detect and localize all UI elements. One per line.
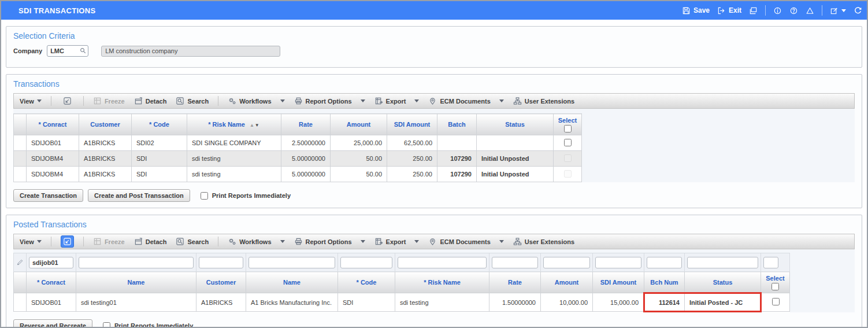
windows-button[interactable] (749, 6, 758, 15)
row-handle[interactable] (14, 151, 27, 167)
filter-risk-name-input[interactable] (398, 257, 487, 268)
col-sdi-amount[interactable]: SDI Amount (593, 272, 644, 293)
filter-cell (685, 253, 761, 272)
col-status[interactable]: Status (685, 272, 761, 293)
row-select-checkbox[interactable] (564, 139, 572, 146)
row-edit-pencil-icon[interactable] (16, 259, 24, 266)
col-status[interactable]: Status (477, 114, 554, 135)
create-and-post-button[interactable]: Create and Post Transsaction (88, 189, 190, 202)
col-name[interactable]: Name (76, 272, 196, 293)
qbe-filter-toggle[interactable] (61, 95, 74, 107)
filter-bch-num-input[interactable] (647, 257, 682, 268)
table-row[interactable]: SDIJOBM4 A1BRICKS SDI sdi testing 5.0000… (14, 151, 582, 167)
alerts-button[interactable] (806, 6, 814, 15)
chevron-down-icon (499, 99, 504, 102)
help-button[interactable] (789, 6, 798, 15)
cell-sdi-amount: 15,000.00 (593, 293, 644, 312)
search-button[interactable]: Search (176, 237, 209, 246)
toolbar-divider (51, 237, 51, 246)
sort-asc-icon[interactable]: ▲ (250, 123, 255, 128)
col-bch-num[interactable]: Bch Num (644, 272, 685, 293)
col-batch[interactable]: Batch (437, 114, 477, 135)
transactions-grid-area: * Conract Customer * Code * Risk Name▲▼ … (13, 109, 855, 182)
col-code[interactable]: * Code (132, 114, 187, 135)
filter-row-handle (14, 253, 27, 272)
col-customer[interactable]: Customer (79, 114, 132, 135)
filter-conract-input[interactable] (29, 257, 73, 268)
detach-button[interactable]: Detach (134, 97, 167, 105)
table-row[interactable]: SDIJOBM4 A1BRICKS SDI sdi testing 5.0000… (14, 167, 582, 182)
posted-toolbar: View Freeze Detach Search Workflows (13, 234, 855, 249)
edit-menu-button[interactable] (830, 6, 846, 15)
col-conract[interactable]: * Conract (27, 272, 76, 293)
filter-rate-input[interactable] (492, 257, 538, 268)
save-button[interactable]: Save (682, 6, 710, 15)
filter-sdi-amount-input[interactable] (595, 257, 641, 268)
qbe-filter-toggle-active[interactable] (61, 235, 74, 248)
col-rate[interactable]: Rate (281, 114, 331, 135)
help-icon (789, 6, 798, 15)
col-customer[interactable]: Customer (196, 272, 246, 293)
cell-conract: SDIJOBM4 (27, 167, 79, 182)
detach-button[interactable]: Detach (134, 237, 167, 246)
user-extensions-button[interactable]: User Extensions (513, 97, 574, 105)
selection-criteria-title: Selection Criteria (13, 31, 855, 40)
row-handle[interactable] (14, 135, 27, 151)
workflows-menu[interactable]: Workflows (228, 237, 284, 246)
table-row[interactable]: SDIJOB01 A1BRICKS SDI02 SDI SINGLE COMPA… (14, 135, 582, 151)
user-extensions-button[interactable]: User Extensions (513, 237, 574, 246)
print-reports-checkbox[interactable] (201, 192, 208, 200)
col-customer-name[interactable]: Name (246, 272, 338, 293)
ecm-documents-menu[interactable]: ECM Documents (428, 97, 503, 105)
filter-name-input[interactable] (79, 257, 194, 268)
col-sdi-amount[interactable]: SDI Amount (387, 114, 437, 135)
info-button[interactable] (773, 6, 782, 15)
search-button[interactable]: Search (176, 97, 209, 105)
view-menu[interactable]: View (20, 238, 42, 245)
filter-customer-name-input[interactable] (248, 257, 335, 268)
cell-bch-num-link[interactable]: 112614 (644, 293, 685, 312)
freeze-icon (93, 237, 102, 246)
col-rate[interactable]: Rate (489, 272, 541, 293)
filter-customer-input[interactable] (199, 257, 243, 268)
sort-desc-icon[interactable]: ▼ (255, 123, 260, 128)
filter-code-input[interactable] (340, 257, 392, 268)
row-handle[interactable] (14, 293, 27, 312)
exit-button[interactable]: Exit (717, 6, 741, 15)
search-lookup-icon[interactable] (79, 47, 87, 54)
filter-amount-input[interactable] (543, 257, 590, 268)
table-row[interactable]: SDIJOB01 sdi testing01 A1BRICKS A1 Brick… (14, 293, 790, 312)
row-handle[interactable] (14, 167, 27, 182)
filter-select-input[interactable] (763, 257, 778, 268)
view-menu[interactable]: View (20, 98, 42, 105)
filter-status-input[interactable] (687, 257, 758, 268)
select-all-checkbox[interactable] (564, 125, 572, 132)
col-risk-name[interactable]: * Risk Name▲▼ (187, 114, 281, 135)
col-amount[interactable]: Amount (331, 114, 387, 135)
reverse-and-recreate-button[interactable]: Reverse and Recreate (13, 319, 92, 328)
create-transaction-button[interactable]: Create Transaction (13, 189, 83, 202)
refresh-button[interactable] (854, 6, 862, 15)
col-conract[interactable]: * Conract (27, 114, 79, 135)
chevron-down-icon (361, 240, 365, 243)
select-all-checkbox[interactable] (771, 283, 779, 290)
col-risk-name[interactable]: * Risk Name (395, 272, 489, 293)
sort-icons[interactable]: ▲▼ (250, 123, 260, 128)
col-code[interactable]: * Code (338, 272, 395, 293)
row-select-checkbox[interactable] (772, 298, 780, 305)
cell-status-link[interactable]: Initial Posted - JC (685, 293, 761, 312)
export-menu[interactable]: Export (374, 237, 420, 246)
company-label: Company (13, 47, 42, 54)
col-amount[interactable]: Amount (541, 272, 593, 293)
print-reports-checkbox[interactable] (103, 322, 110, 328)
report-options-menu[interactable]: Report Options (294, 237, 365, 246)
ecm-documents-menu[interactable]: ECM Documents (428, 237, 503, 246)
report-options-menu[interactable]: Report Options (294, 97, 365, 105)
print-reports-label: Print Reports Immediately (114, 322, 193, 328)
cell-select (554, 167, 582, 182)
cell-conract: SDIJOB01 (27, 293, 76, 312)
workflows-menu[interactable]: Workflows (228, 97, 284, 105)
windows-icon (749, 6, 758, 15)
export-menu[interactable]: Export (374, 97, 420, 105)
cell-code: SDI02 (132, 135, 187, 151)
